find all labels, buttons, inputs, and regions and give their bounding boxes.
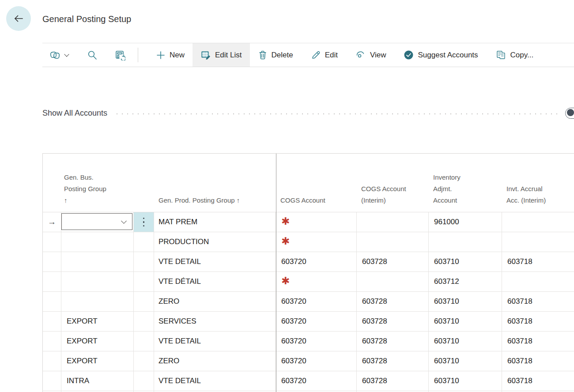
row-menu-cell[interactable] [134,252,154,272]
cell-cogs-account-interim[interactable]: 603728 [357,332,429,351]
cell-gen-prod-posting-group[interactable]: VTE DETAIL [154,371,276,391]
row-menu-cell[interactable] [134,312,154,332]
combobox-chevron-down-icon[interactable] [121,218,127,224]
dotted-leader [114,113,559,115]
show-all-accounts-toggle[interactable] [565,108,574,119]
table-body: →MAT PREM✱961000PRODUCTION✱VTE DETAIL603… [43,212,574,392]
cell-gen-prod-posting-group[interactable]: MAT PREM [154,212,276,232]
new-button[interactable]: New [151,43,190,67]
cell-invt-accrual-acc-interim[interactable]: 603718 [502,292,574,312]
row-menu-cell[interactable] [134,371,154,391]
row-menu-cell[interactable] [134,272,154,292]
cell-invt-accrual-acc-interim[interactable]: 603718 [502,252,574,272]
column-header-gen-prod-posting-group[interactable]: Gen. Prod. Posting Group ↑ [154,154,276,212]
table-row: EXPORTVTE DETAIL603720603728603710603718 [43,332,574,351]
cell-gen-bus-posting-group[interactable] [61,212,134,232]
edit-button[interactable]: Edit [306,43,343,67]
cell-cogs-account[interactable]: ✱ [276,272,357,292]
cell-cogs-account-interim[interactable]: 603728 [357,351,429,371]
column-header-invt-accrual-acc-interim[interactable]: Invt. AccrualAcc. (Interim) [502,154,574,212]
cell-gen-bus-posting-group[interactable] [61,252,134,272]
cell-gen-prod-posting-group[interactable]: PRODUCTION [154,232,276,252]
cell-inventory-adjmt-account[interactable]: 603710 [429,332,502,351]
cell-gen-prod-posting-group[interactable]: VTE DETAIL [154,252,276,272]
missing-account-asterisk-icon: ✱ [281,235,290,247]
search-button[interactable] [81,43,104,67]
analyze-button[interactable] [108,43,132,67]
cell-inventory-adjmt-account[interactable]: 603710 [429,351,502,371]
cell-cogs-account[interactable]: 603720 [276,292,357,312]
cell-inventory-adjmt-account[interactable]: 961000 [429,212,502,232]
row-menu-cell[interactable] [134,351,154,371]
cell-gen-prod-posting-group[interactable]: VTE DETAIL [154,332,276,351]
apps-menu-button[interactable] [43,43,75,67]
edit-list-icon [200,50,211,60]
cell-invt-accrual-acc-interim[interactable]: 603718 [502,332,574,351]
cell-gen-prod-posting-group[interactable]: VTE DÉTAIL [154,272,276,292]
row-menu-cell[interactable] [134,292,154,312]
cell-cogs-account[interactable]: 603720 [276,332,357,351]
view-button[interactable]: View [350,43,392,67]
cell-gen-prod-posting-group[interactable]: ZERO [154,292,276,312]
cell-cogs-account[interactable]: 603720 [276,252,357,272]
cell-cogs-account-interim[interactable] [357,212,429,232]
kebab-menu-icon[interactable] [143,218,145,227]
cell-invt-accrual-acc-interim[interactable] [502,232,574,252]
delete-button[interactable]: Delete [253,43,298,67]
edit-list-button[interactable]: Edit List [193,43,249,67]
cell-invt-accrual-acc-interim[interactable] [502,212,574,232]
row-menu-cell[interactable] [134,332,154,351]
view-button-label: View [370,51,386,60]
cell-gen-bus-posting-group[interactable] [61,292,134,312]
cell-gen-bus-posting-group[interactable]: EXPORT [61,312,134,332]
cell-inventory-adjmt-account[interactable]: 603710 [429,371,502,391]
row-menu-cell[interactable] [134,232,154,252]
cell-gen-prod-posting-group[interactable]: SERVICES [154,312,276,332]
cell-invt-accrual-acc-interim[interactable]: 603718 [502,312,574,332]
cell-gen-prod-posting-group[interactable]: ZERO [154,351,276,371]
show-all-accounts-row: Show All Accounts [42,103,574,123]
gen-bus-posting-group-combobox[interactable] [61,213,132,230]
cell-cogs-account-interim[interactable]: 603728 [357,292,429,312]
suggest-accounts-button[interactable]: Suggest Accounts [398,43,483,67]
row-menu-button[interactable] [134,212,154,232]
column-header-inventory-adjmt-account[interactable]: InventoryAdjmt.Account [429,154,502,212]
cell-inventory-adjmt-account[interactable]: 603712 [429,272,502,292]
column-header-cogs-account-interim[interactable]: COGS Account(Interim) [357,154,429,212]
cell-gen-bus-posting-group[interactable] [61,232,134,252]
cell-cogs-account-interim[interactable]: 603728 [357,312,429,332]
cell-gen-bus-posting-group[interactable] [61,272,134,292]
cell-gen-bus-posting-group[interactable]: EXPORT [61,332,134,351]
cell-inventory-adjmt-account[interactable]: 603710 [429,312,502,332]
cell-inventory-adjmt-account[interactable] [429,232,502,252]
cell-invt-accrual-acc-interim[interactable] [502,272,574,292]
plus-icon [156,50,166,60]
cell-cogs-account[interactable]: ✱ [276,212,357,232]
cell-inventory-adjmt-account[interactable]: 603710 [429,252,502,272]
cell-cogs-account-interim[interactable]: 603728 [357,252,429,272]
view-icon [355,50,366,60]
cell-invt-accrual-acc-interim[interactable]: 603718 [502,371,574,391]
column-header-gen-bus-posting-group[interactable]: Gen. Bus.Posting Group↑ [61,154,134,212]
cell-inventory-adjmt-account[interactable]: 603710 [429,292,502,312]
cell-cogs-account[interactable]: ✱ [276,232,357,252]
checkmark-circle-icon [404,50,414,60]
table-row: VTE DETAIL603720603728603710603718 [43,252,574,272]
new-button-label: New [170,51,185,60]
column-header-cogs-account[interactable]: COGS Account [276,154,357,212]
cell-cogs-account-interim[interactable] [357,232,429,252]
cell-cogs-account[interactable]: 603720 [276,312,357,332]
back-button[interactable] [6,6,31,31]
cell-gen-bus-posting-group[interactable]: INTRA [61,371,134,391]
copy-button[interactable]: Copy... [491,43,539,67]
row-marker-cell [43,351,61,371]
column-header-spacer [134,154,154,212]
cell-cogs-account[interactable]: 603720 [276,351,357,371]
cell-cogs-account[interactable]: 603720 [276,371,357,391]
cell-gen-bus-posting-group[interactable]: EXPORT [61,351,134,371]
row-marker-cell [43,332,61,351]
missing-account-asterisk-icon: ✱ [281,275,290,286]
cell-invt-accrual-acc-interim[interactable]: 603718 [502,351,574,371]
cell-cogs-account-interim[interactable] [357,272,429,292]
cell-cogs-account-interim[interactable]: 603728 [357,371,429,391]
